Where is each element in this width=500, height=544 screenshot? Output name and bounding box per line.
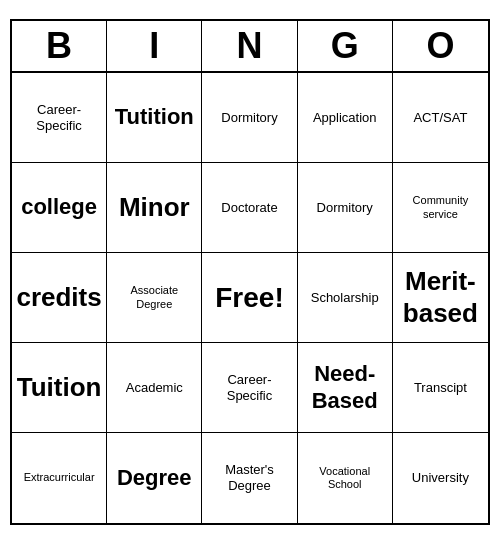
cell-text-21: Degree <box>117 465 192 491</box>
bingo-cell-10: credits <box>12 253 107 343</box>
bingo-cell-4: ACT/SAT <box>393 73 488 163</box>
bingo-cell-13: Scholarship <box>298 253 393 343</box>
bingo-cell-23: Vocational School <box>298 433 393 523</box>
cell-text-18: Need-Based <box>302 361 388 414</box>
bingo-cell-16: Academic <box>107 343 202 433</box>
header-letter-I: I <box>107 21 202 71</box>
bingo-cell-1: Tutition <box>107 73 202 163</box>
bingo-cell-15: Tuition <box>12 343 107 433</box>
cell-text-5: college <box>21 194 97 220</box>
bingo-cell-5: college <box>12 163 107 253</box>
cell-text-13: Scholarship <box>311 290 379 306</box>
cell-text-8: Dormitory <box>317 200 373 216</box>
cell-text-23: Vocational School <box>302 465 388 491</box>
cell-text-0: Career-Specific <box>16 102 102 133</box>
bingo-cell-18: Need-Based <box>298 343 393 433</box>
cell-text-1: Tutition <box>115 104 194 130</box>
cell-text-6: Minor <box>119 192 190 223</box>
cell-text-3: Application <box>313 110 377 126</box>
header-letter-G: G <box>298 21 393 71</box>
bingo-cell-22: Master's Degree <box>202 433 297 523</box>
header-letter-B: B <box>12 21 107 71</box>
cell-text-16: Academic <box>126 380 183 396</box>
bingo-cell-6: Minor <box>107 163 202 253</box>
bingo-cell-3: Application <box>298 73 393 163</box>
bingo-cell-24: University <box>393 433 488 523</box>
bingo-board: BINGO Career-SpecificTutitionDormitoryAp… <box>10 19 490 525</box>
cell-text-11: Associate Degree <box>111 284 197 310</box>
bingo-cell-9: Community service <box>393 163 488 253</box>
bingo-cell-8: Dormitory <box>298 163 393 253</box>
header-letter-N: N <box>202 21 297 71</box>
bingo-header: BINGO <box>12 21 488 73</box>
cell-text-12: Free! <box>215 281 283 315</box>
cell-text-4: ACT/SAT <box>413 110 467 126</box>
bingo-cell-7: Doctorate <box>202 163 297 253</box>
cell-text-22: Master's Degree <box>206 462 292 493</box>
bingo-cell-11: Associate Degree <box>107 253 202 343</box>
bingo-cell-14: Merit-based <box>393 253 488 343</box>
header-letter-O: O <box>393 21 488 71</box>
cell-text-17: Career-Specific <box>206 372 292 403</box>
bingo-cell-12: Free! <box>202 253 297 343</box>
bingo-cell-0: Career-Specific <box>12 73 107 163</box>
bingo-grid: Career-SpecificTutitionDormitoryApplicat… <box>12 73 488 523</box>
cell-text-10: credits <box>16 282 101 313</box>
bingo-cell-20: Extracurricular <box>12 433 107 523</box>
cell-text-15: Tuition <box>17 372 102 403</box>
cell-text-2: Dormitory <box>221 110 277 126</box>
bingo-cell-19: Transcipt <box>393 343 488 433</box>
cell-text-19: Transcipt <box>414 380 467 396</box>
cell-text-24: University <box>412 470 469 486</box>
cell-text-20: Extracurricular <box>24 471 95 484</box>
bingo-cell-21: Degree <box>107 433 202 523</box>
cell-text-7: Doctorate <box>221 200 277 216</box>
bingo-cell-2: Dormitory <box>202 73 297 163</box>
cell-text-9: Community service <box>397 194 484 220</box>
cell-text-14: Merit-based <box>397 266 484 328</box>
bingo-cell-17: Career-Specific <box>202 343 297 433</box>
